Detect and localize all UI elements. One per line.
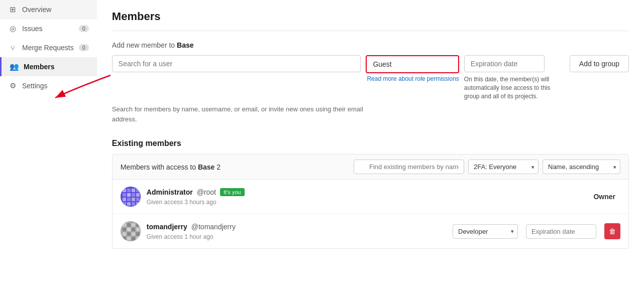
svg-rect-19 [123,223,126,227]
svg-rect-26 [123,232,126,236]
merge-requests-badge: 0 [79,44,89,51]
add-member-row: Guest Reporter Developer Maintainer Owne… [112,55,629,100]
svg-rect-28 [132,232,135,236]
sidebar-item-issues[interactable]: ◎ Issues 0 [0,19,97,38]
page-title: Members [112,10,629,31]
main-content: Members Add new member to Base Guest Rep… [97,0,644,308]
avatar [121,221,141,241]
svg-rect-21 [132,223,135,227]
its-you-badge: It's you [220,188,245,196]
svg-rect-29 [136,223,140,227]
svg-rect-7 [132,193,135,197]
twofa-filter-select[interactable]: 2FA: Everyone 2FA: Enabled 2FA: Disabled [468,160,539,174]
expiration-help-text: On this date, the member(s) will automat… [464,75,565,100]
member-access-time: Given access 3 hours ago [147,199,217,206]
svg-rect-22 [123,228,126,231]
svg-rect-10 [127,198,131,201]
member-name: tomandjerry [147,223,187,231]
svg-rect-2 [123,189,126,192]
sort-select[interactable]: Name, ascending Name, descending Last jo… [543,160,620,174]
sidebar-item-merge-requests[interactable]: ⑂ Merge Requests 0 [0,38,97,57]
add-member-help-text: Search for members by name, username, or… [112,104,363,124]
members-icon: 👥 [10,62,19,71]
svg-rect-13 [123,202,126,206]
member-expiration-input[interactable] [526,224,596,239]
svg-rect-3 [127,189,131,192]
sidebar-item-label: Members [24,63,54,71]
member-username: @root [197,188,216,196]
search-members-input[interactable] [354,160,464,174]
overview-icon: ⊞ [8,5,17,14]
svg-rect-5 [123,193,126,197]
members-header: Members with access to Base 2 2FA: Every… [113,155,628,180]
merge-requests-icon: ⑂ [8,43,17,52]
svg-rect-23 [127,228,131,231]
add-member-label: Add new member to Base [112,41,629,49]
svg-rect-24 [132,228,135,231]
table-row: Administrator @root It's you Given acces… [113,180,628,214]
member-role-owner: Owner [593,193,620,201]
svg-rect-33 [132,237,135,240]
svg-rect-15 [127,202,131,206]
add-member-section: Add new member to Base Guest Reporter De… [112,41,629,124]
svg-rect-31 [136,232,140,236]
svg-rect-30 [123,237,126,240]
member-actions: Guest Reporter Developer Maintainer Owne… [453,223,620,239]
existing-members-title: Existing members [112,139,629,148]
search-user-input[interactable] [112,55,361,72]
sidebar-item-settings[interactable]: ⚙ Settings [0,76,97,95]
sidebar-item-members[interactable]: 👥 Members [0,57,97,76]
sidebar-item-label: Issues [22,25,42,33]
sidebar: ⊞ Overview ◎ Issues 0 ⑂ Merge Requests 0… [0,0,97,308]
user-avatar-svg [121,221,141,241]
svg-rect-6 [127,193,131,197]
members-table: Members with access to Base 2 2FA: Every… [112,154,629,249]
expiration-date-input[interactable] [464,55,545,72]
member-info: Administrator @root It's you Given acces… [147,188,594,206]
sidebar-item-overview[interactable]: ⊞ Overview [0,0,97,19]
svg-rect-14 [136,198,140,201]
read-more-role-link[interactable]: Read more about role permissions [366,75,459,82]
delete-member-button[interactable]: 🗑 [604,223,620,239]
issues-icon: ◎ [8,24,17,33]
trash-icon: 🗑 [609,227,616,235]
role-select[interactable]: Guest Reporter Developer Maintainer Owne… [367,56,437,72]
sidebar-item-label: Merge Requests [22,44,74,52]
avatar [121,187,141,207]
role-select-box: Guest Reporter Developer Maintainer Owne… [366,55,459,73]
svg-rect-32 [127,237,131,240]
table-row: tomandjerry @tomandjerry Given access 1 … [113,214,628,248]
sort-select-wrapper: Name, ascending Name, descending Last jo… [543,160,620,174]
expiration-date-wrapper: On this date, the member(s) will automat… [464,55,565,100]
svg-rect-12 [136,189,140,192]
admin-avatar-svg [121,187,141,207]
twofa-filter-wrapper: 2FA: Everyone 2FA: Enabled 2FA: Disabled [468,160,539,174]
add-to-group-button[interactable]: Add to group [570,55,629,72]
sidebar-item-label: Overview [22,6,51,14]
member-info: tomandjerry @tomandjerry Given access 1 … [147,223,453,240]
issues-badge: 0 [79,25,89,32]
member-name-row: Administrator @root It's you [147,188,594,196]
search-members-wrapper [354,160,464,174]
member-access-time: Given access 1 hour ago [147,233,213,240]
svg-rect-17 [136,202,140,206]
svg-rect-9 [123,198,126,201]
members-header-controls: 2FA: Everyone 2FA: Enabled 2FA: Disabled… [354,160,620,174]
member-role-select-wrapper: Guest Reporter Developer Maintainer Owne… [453,224,518,239]
sidebar-item-label: Settings [22,82,48,90]
settings-icon: ⚙ [8,81,17,90]
role-select-wrapper: Guest Reporter Developer Maintainer Owne… [366,55,459,82]
svg-rect-27 [127,232,131,236]
members-count: Members with access to Base 2 [121,163,221,171]
svg-rect-16 [132,202,135,206]
svg-rect-4 [132,189,135,192]
svg-rect-11 [132,198,135,201]
member-role-select[interactable]: Guest Reporter Developer Maintainer Owne… [453,224,518,239]
svg-rect-8 [136,193,140,197]
member-name: Administrator [147,188,193,196]
existing-members-section: Existing members Members with access to … [112,139,629,249]
svg-rect-20 [127,223,131,227]
svg-rect-34 [136,237,140,240]
svg-rect-25 [136,228,140,231]
member-username: @tomandjerry [191,223,236,231]
